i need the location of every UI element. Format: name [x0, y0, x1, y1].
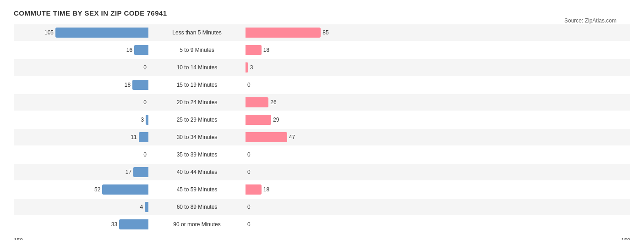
table-row: 3390 or more Minutes0: [14, 216, 630, 233]
male-bar: [146, 115, 148, 125]
male-value: 18: [125, 82, 131, 88]
source-label: Source: ZipAtlas.com: [564, 17, 617, 24]
row-label: 40 to 44 Minutes: [151, 169, 243, 175]
table-row: 165 to 9 Minutes18: [14, 42, 630, 58]
male-bar-section: 3: [14, 115, 151, 125]
male-bar: [132, 80, 148, 90]
table-row: 105Less than 5 Minutes85: [14, 24, 630, 41]
table-row: 1815 to 19 Minutes0: [14, 77, 630, 93]
male-value: 33: [111, 221, 117, 228]
row-label: 5 to 9 Minutes: [151, 47, 243, 53]
male-bar: [119, 219, 148, 229]
female-value: 0: [247, 204, 251, 210]
male-value: 17: [126, 169, 131, 175]
male-bar-section: 0: [14, 97, 151, 107]
female-bar-section: 0: [243, 167, 380, 177]
row-label: 90 or more Minutes: [151, 221, 243, 228]
female-bar-section: 29: [243, 115, 380, 125]
male-bar: [55, 28, 148, 38]
chart-rows: 105Less than 5 Minutes85165 to 9 Minutes…: [14, 24, 630, 234]
female-bar-section: 47: [243, 132, 380, 142]
row-label: 25 to 29 Minutes: [151, 117, 243, 123]
female-value: 47: [289, 134, 295, 140]
male-bar-section: 4: [14, 202, 151, 212]
female-value: 85: [322, 29, 328, 36]
male-value: 0: [143, 151, 147, 158]
female-value: 29: [273, 117, 279, 123]
female-bar-section: 18: [243, 184, 380, 195]
female-bar-section: 85: [243, 28, 380, 38]
female-value: 18: [263, 47, 269, 53]
male-bar: [134, 45, 148, 55]
male-value: 0: [143, 99, 147, 106]
row-label: 60 to 89 Minutes: [151, 204, 243, 210]
male-value: 52: [94, 186, 100, 193]
female-bar: [246, 97, 268, 107]
table-row: 020 to 24 Minutes26: [14, 94, 630, 111]
male-bar-section: 52: [14, 184, 151, 195]
male-value: 16: [126, 47, 132, 53]
male-bar: [145, 202, 148, 212]
female-value: 18: [263, 186, 269, 193]
male-value: 3: [141, 117, 144, 123]
female-bar-section: 0: [243, 202, 380, 212]
chart-area: 105Less than 5 Minutes85165 to 9 Minutes…: [14, 24, 630, 240]
female-value: 0: [247, 82, 251, 88]
male-bar: [139, 132, 148, 142]
chart-title: COMMUTE TIME BY SEX IN ZIP CODE 76941: [14, 9, 630, 17]
female-bar: [246, 28, 321, 38]
axis-labels: 150 150: [14, 237, 630, 240]
table-row: 035 to 39 Minutes0: [14, 146, 630, 163]
female-bar-section: 0: [243, 219, 380, 229]
female-bar-section: 26: [243, 97, 380, 107]
male-value: 4: [140, 204, 143, 210]
female-value: 3: [250, 64, 253, 71]
row-label: 10 to 14 Minutes: [151, 64, 243, 71]
male-bar-section: 18: [14, 80, 151, 90]
male-bar-section: 17: [14, 167, 151, 177]
female-bar-section: 0: [243, 150, 380, 160]
male-bar-section: 11: [14, 132, 151, 142]
male-bar-section: 0: [14, 62, 151, 73]
male-bar-section: 16: [14, 45, 151, 55]
female-bar-section: 0: [243, 80, 380, 90]
male-bar: [133, 167, 148, 177]
row-label: 20 to 24 Minutes: [151, 99, 243, 106]
table-row: 1740 to 44 Minutes0: [14, 164, 630, 180]
female-value: 0: [247, 169, 251, 175]
male-value: 105: [44, 29, 54, 36]
female-bar: [246, 132, 287, 142]
female-value: 0: [247, 151, 251, 158]
table-row: 5245 to 59 Minutes18: [14, 181, 630, 198]
female-value: 0: [247, 221, 251, 228]
row-label: 45 to 59 Minutes: [151, 186, 243, 193]
male-bar-section: 0: [14, 150, 151, 160]
male-bar-section: 33: [14, 219, 151, 229]
row-label: Less than 5 Minutes: [151, 29, 243, 36]
row-label: 35 to 39 Minutes: [151, 151, 243, 158]
female-bar-section: 18: [243, 45, 380, 55]
axis-left: 150: [14, 237, 151, 240]
axis-right: 150: [493, 237, 630, 240]
row-label: 30 to 34 Minutes: [151, 134, 243, 140]
table-row: 010 to 14 Minutes3: [14, 59, 630, 76]
female-bar: [246, 45, 262, 55]
female-bar-section: 3: [243, 62, 380, 73]
female-bar: [246, 62, 248, 73]
female-bar: [246, 184, 262, 195]
male-value: 0: [143, 64, 147, 71]
male-bar: [102, 184, 148, 195]
table-row: 325 to 29 Minutes29: [14, 112, 630, 128]
table-row: 460 to 89 Minutes0: [14, 199, 630, 215]
male-bar-section: 105: [14, 28, 151, 38]
row-label: 15 to 19 Minutes: [151, 82, 243, 88]
female-value: 26: [270, 99, 276, 106]
table-row: 1130 to 34 Minutes47: [14, 129, 630, 145]
male-value: 11: [131, 134, 136, 140]
female-bar: [246, 115, 271, 125]
